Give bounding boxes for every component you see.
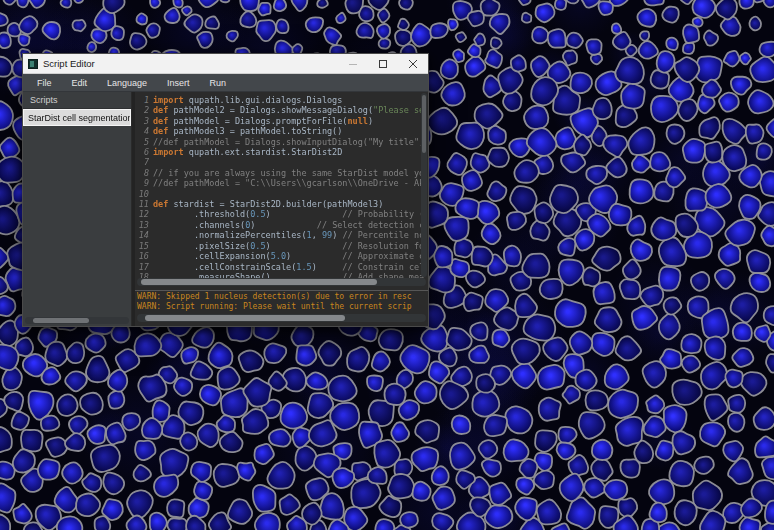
code-line: 17 .cellConstrainScale(1.5) // Constrain… (135, 262, 428, 272)
menu-language[interactable]: Language (97, 74, 157, 92)
console-warning: WARN: Skipped 1 nucleus detection(s) due… (137, 292, 428, 302)
title-bar: Script Editor (23, 54, 428, 74)
line-number: 16 (135, 251, 153, 261)
code-vertical-scrollbar[interactable] (421, 93, 427, 277)
menu-run[interactable]: Run (200, 74, 237, 92)
line-number: 6 (135, 147, 153, 157)
line-number: 12 (135, 209, 153, 219)
code-line: 2def pathModel2 = Dialogs.showMessageDia… (135, 105, 428, 115)
code-editor[interactable]: 1import qupath.lib.gui.dialogs.Dialogs2d… (135, 92, 428, 278)
line-number: 13 (135, 220, 153, 230)
console-output: WARN: Skipped 1 nucleus detection(s) due… (135, 291, 428, 312)
code-line: 8// if you are always using the same Sta… (135, 168, 428, 178)
line-number: 11 (135, 199, 153, 209)
scripts-sidebar: Scripts StarDist cell segmentation (23, 92, 132, 326)
console-warning: WARN: Script running: Please wait until … (137, 302, 428, 312)
code-line: 5//def pathModel = Dialogs.showInputDial… (135, 137, 428, 147)
menu-file[interactable]: File (27, 74, 62, 92)
menu-bar: File Edit Language Insert Run (23, 74, 428, 92)
line-number: 10 (135, 189, 153, 199)
script-editor-window: Script Editor File Edit Language Insert … (22, 53, 429, 327)
sidebar-horizontal-scrollbar[interactable] (25, 317, 129, 324)
code-line: 15 .pixelSize(0.5) // Resolution fo (135, 241, 428, 251)
window-title: Script Editor (43, 58, 95, 69)
code-line: 11def stardist = StarDist2D.builder(path… (135, 199, 428, 209)
code-line: 7 (135, 157, 428, 167)
code-line: 12 .threshold(0.5) // Probability ( (135, 209, 428, 219)
line-number: 2 (135, 105, 153, 115)
sidebar-header: Scripts (23, 92, 131, 109)
line-number: 1 (135, 95, 153, 105)
app-icon[interactable] (28, 59, 38, 69)
code-horizontal-scrollbar[interactable] (137, 278, 426, 286)
line-number: 5 (135, 137, 153, 147)
code-line: 6import qupath.ext.stardist.StarDist2D (135, 147, 428, 157)
line-number: 14 (135, 230, 153, 240)
code-line: 10 (135, 189, 428, 199)
line-number: 9 (135, 178, 153, 188)
sidebar-item-stardist[interactable]: StarDist cell segmentation (23, 109, 131, 126)
close-button[interactable] (398, 54, 428, 73)
line-number: 4 (135, 126, 153, 136)
menu-edit[interactable]: Edit (62, 74, 98, 92)
code-line: 3def pathModel = Dialogs.promptForFile(n… (135, 116, 428, 126)
line-number: 15 (135, 241, 153, 251)
console-horizontal-scrollbar[interactable] (137, 314, 426, 322)
code-line: 16 .cellExpansion(5.0) // Approximate c (135, 251, 428, 261)
line-number: 8 (135, 168, 153, 178)
line-number: 17 (135, 262, 153, 272)
minimize-button[interactable] (338, 54, 368, 73)
code-line: 9//def pathModel = "C:\\Users\\gcarlson\… (135, 178, 428, 188)
code-line: 4def pathModel3 = pathModel.toString() (135, 126, 428, 136)
maximize-button[interactable] (368, 54, 398, 73)
line-number: 7 (135, 157, 153, 167)
line-number: 3 (135, 116, 153, 126)
code-line: 13 .channels(0) // Select detection c (135, 220, 428, 230)
code-line: 14 .normalizePercentiles(1, 99) // Perce… (135, 230, 428, 240)
code-line: 1import qupath.lib.gui.dialogs.Dialogs (135, 95, 428, 105)
menu-insert[interactable]: Insert (157, 74, 200, 92)
